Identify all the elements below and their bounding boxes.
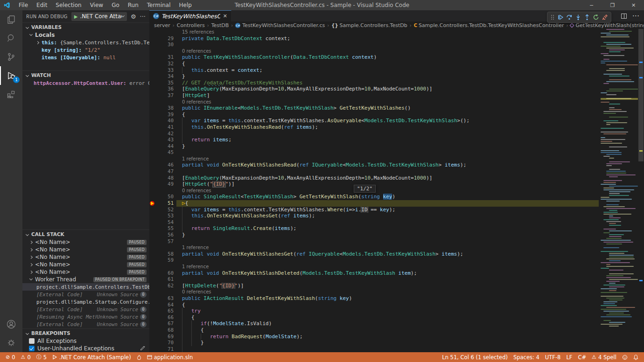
codelens-row[interactable]: 1 reference [149, 264, 644, 270]
sidebar-item-extensions[interactable] [0, 85, 22, 104]
code-line[interactable]: 49[HttpGet("{ID}")] [149, 181, 644, 188]
call-stack-thread[interactable]: <No Name>PAUSED [22, 238, 149, 246]
split-editor-icon[interactable] [621, 14, 627, 19]
call-stack-frame[interactable]: [External Code]Unknown Source0 [22, 320, 149, 328]
menu-terminal[interactable]: Terminal [143, 0, 175, 10]
debug-settings-gear-icon[interactable]: ⚙ [131, 13, 136, 20]
code-line[interactable]: 64{ [149, 302, 644, 308]
status-5[interactable]: ⓘ5 [34, 352, 49, 362]
code-line[interactable]: 59 [149, 257, 644, 264]
continue-button[interactable] [556, 13, 565, 22]
breadcrumb-item[interactable]: ›{}Sample.Controllers.TestDb [325, 22, 407, 28]
more-actions-icon[interactable]: ··· [140, 13, 146, 20]
code-line[interactable]: 58partial void OnTestKeyWithSlashesGet(r… [149, 251, 644, 258]
breadcrumb-item[interactable]: ›C#TestKeyWithSlashesController.cs [229, 22, 325, 28]
call-stack-header[interactable]: CALL STACK [22, 230, 149, 238]
call-stack-frame[interactable]: [External Code]Unknown Source0 [22, 291, 149, 298]
code-line[interactable]: 48[EnableQuery(MaxExpansionDepth=10,MaxA… [149, 175, 644, 181]
code-line[interactable]: 62[HttpDelete("{ID}")] [149, 283, 644, 289]
call-stack-thread[interactable]: <No Name>PAUSED [22, 268, 149, 276]
status-ln-51-col-6-1-selected[interactable]: Ln 51, Col 6 (1 selected) [439, 352, 511, 362]
code-line[interactable]: 39{ [149, 111, 644, 118]
settings-button[interactable] [0, 334, 22, 352]
code-line[interactable]: 70} [149, 340, 644, 346]
breadcrumb-item[interactable]: ›GetTestKeyWithSlash(string key) [564, 22, 644, 28]
breakpoint-checkbox[interactable] [29, 346, 35, 351]
code-line[interactable]: 61 [149, 276, 644, 283]
code-line[interactable]: 68{ [149, 327, 644, 334]
breadcrumb-item[interactable]: ›Controllers [170, 22, 205, 28]
call-stack-frame[interactable]: [Resuming Async Method]Unknown Source0 [22, 313, 149, 320]
code-line[interactable]: 43return items; [149, 137, 644, 143]
accounts-button[interactable] [0, 315, 22, 334]
variables-scope-locals[interactable]: Locals [22, 31, 149, 39]
scrollbar-thumb[interactable] [638, 29, 644, 161]
code-line[interactable]: 47 [149, 168, 644, 175]
step-into-button[interactable] [574, 13, 582, 22]
watch-expression-row[interactable]: httpAccessor.HttpContext.User: error CS0… [22, 79, 149, 87]
breakpoint-checkbox[interactable] [29, 338, 35, 344]
restore-icon[interactable]: ❐ [602, 0, 623, 10]
menu-go[interactable]: Go [107, 0, 124, 10]
code-line[interactable]: 51▷{ [149, 200, 644, 207]
breadcrumb-item[interactable]: ›TestDB [205, 22, 229, 28]
code-line[interactable]: 37[HttpGet] [149, 92, 644, 99]
call-stack-frame[interactable]: [External Code]Unknown Source0 [22, 306, 149, 313]
status-lf[interactable]: LF [563, 352, 575, 362]
code-editor[interactable]: 15 references29private Data.TestDbContex… [149, 29, 644, 352]
code-line[interactable]: 46partial void OnTestKeyWithSlashesRead(… [149, 162, 644, 168]
menu-run[interactable]: Run [124, 0, 143, 10]
restart-button[interactable] [591, 13, 600, 22]
watch-header[interactable]: WATCH [22, 71, 149, 79]
code-line[interactable]: 42 [149, 131, 644, 137]
call-stack-thread[interactable]: Worker ThreadPAUSED ON BREAKPOINT [22, 276, 149, 283]
codelens-row[interactable]: 1 reference [149, 244, 644, 251]
code-line[interactable]: 50public SingleResult<TestKeyWithSlash> … [149, 194, 644, 200]
menu-view[interactable]: View [86, 0, 107, 10]
step-out-button[interactable] [582, 13, 591, 22]
code-line[interactable]: 40var items = this.context.TestKeyWithSl… [149, 118, 644, 124]
codelens-row[interactable]: 0 references [149, 99, 644, 105]
minimap[interactable] [601, 29, 638, 352]
step-over-button[interactable] [565, 13, 574, 22]
tab-testkeywithslashescontroller[interactable]: C# TestKeyWithSlashesController.cs ✕ [149, 10, 231, 21]
toolbar-drag-handle[interactable] [551, 15, 554, 20]
editor-scrollbar[interactable] [638, 29, 644, 352]
start-debug-icon[interactable]: ▶ [74, 14, 78, 19]
menu-selection[interactable]: Selection [51, 0, 85, 10]
code-line[interactable]: 32{ [149, 61, 644, 67]
editor-more-actions-icon[interactable]: ··· [632, 12, 639, 21]
code-line[interactable]: 56} [149, 232, 644, 238]
code-line[interactable]: 54 [149, 219, 644, 226]
status-spaces-4[interactable]: Spaces: 4 [511, 352, 542, 362]
breadcrumb-item[interactable]: server [154, 22, 170, 28]
code-line[interactable]: 53this.OnTestKeyWithSlashesGet(ref items… [149, 213, 644, 219]
call-stack-frame[interactable]: project.dll!Sample.Controllers.TestDb.Te… [22, 283, 149, 291]
call-stack-frame[interactable]: project.dll!Sample.Startup.Configure.Ano… [22, 298, 149, 306]
sidebar-item-search[interactable] [0, 29, 22, 48]
call-stack-thread[interactable]: <No Name>PAUSED [22, 246, 149, 253]
sidebar-item-run-and-debug[interactable]: 1 [0, 66, 22, 85]
status-utf-8[interactable]: UTF-8 [542, 352, 564, 362]
close-icon[interactable]: ✕ [623, 0, 644, 10]
code-line[interactable]: 57 [149, 238, 644, 245]
codelens-row[interactable]: 1 reference [149, 156, 644, 162]
code-line[interactable]: 35// GET /odata/TestDb/TestKeyWithSlashe… [149, 80, 644, 86]
breakpoint-row[interactable]: User-Unhandled Exceptions [22, 345, 149, 352]
code-line[interactable]: 69return BadRequest(ModelState); [149, 334, 644, 340]
debug-config-dropdown[interactable]: ▶ .NET Core Attach [71, 12, 127, 21]
status-c[interactable]: C# [575, 352, 589, 362]
menu-help[interactable]: Help [175, 0, 196, 10]
code-line[interactable]: 34} [149, 73, 644, 80]
variable-row[interactable]: items [IQueryable]: null [22, 54, 149, 61]
sidebar-item-source-control[interactable] [0, 48, 22, 66]
status-0[interactable]: ⊘0 [3, 352, 18, 362]
status-feedback[interactable] [619, 352, 630, 362]
status-net-core-attach-sample[interactable]: .NET Core Attach (Sample) [49, 352, 134, 362]
code-line[interactable]: 71 [149, 346, 644, 352]
code-line[interactable]: 44} [149, 143, 644, 150]
status-4-spell[interactable]: ⚠4 Spell [589, 352, 619, 362]
menu-edit[interactable]: Edit [32, 0, 51, 10]
status-0[interactable]: ⚠0 [18, 352, 34, 362]
codelens-row[interactable]: 15 references [149, 29, 644, 35]
